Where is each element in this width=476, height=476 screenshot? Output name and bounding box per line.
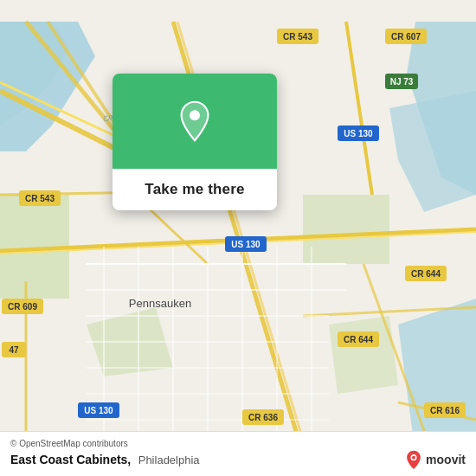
svg-text:Pennsauken: Pennsauken [129,297,191,310]
location-pin-icon [174,100,215,142]
svg-marker-3 [389,91,476,212]
svg-text:CR 644: CR 644 [344,335,373,344]
map-container: CR 607 NJ 73 CR 543 US 130 CR 543 US 130… [0,0,476,476]
svg-text:CR 543: CR 543 [283,32,312,42]
take-me-there-button[interactable]: Take me there [113,169,277,210]
moovit-pin-icon [404,450,423,469]
svg-point-66 [190,110,200,120]
location-title-row: East Coast Cabinets, Philadelphia moovit [10,450,466,469]
svg-text:CR 609: CR 609 [8,302,37,312]
location-city: Philadelphia [138,453,200,466]
svg-text:US 130: US 130 [231,240,261,249]
bottom-bar: © OpenStreetMap contributors East Coast … [0,431,476,476]
svg-text:NJ 73: NJ 73 [390,77,414,87]
svg-text:US 130: US 130 [84,406,113,415]
svg-text:CR 607: CR 607 [391,32,421,42]
svg-point-68 [412,456,415,460]
moovit-brand-text: moovit [426,453,466,466]
svg-text:47: 47 [9,345,19,355]
osm-attribution: © OpenStreetMap contributors [10,439,466,448]
location-info: East Coast Cabinets, Philadelphia [10,452,200,467]
svg-text:US 130: US 130 [344,129,373,138]
svg-text:CR 644: CR 644 [411,269,441,279]
svg-text:CR 616: CR 616 [430,406,460,415]
popup-header [113,74,277,169]
moovit-logo: moovit [404,450,466,469]
svg-rect-6 [303,195,389,264]
popup-card: Take me there [113,74,277,210]
svg-line-13 [346,22,372,195]
svg-text:CR 636: CR 636 [248,413,278,422]
location-name: East Coast Cabinets, [10,453,131,466]
svg-text:CR 543: CR 543 [25,194,55,203]
map-svg: CR 607 NJ 73 CR 543 US 130 CR 543 US 130… [0,0,476,476]
